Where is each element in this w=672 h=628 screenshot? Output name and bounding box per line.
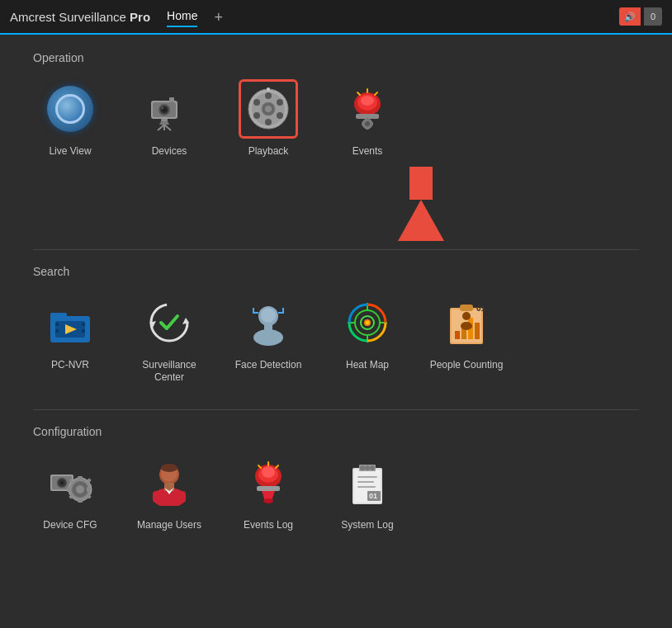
svg-text:01: 01 xyxy=(369,492,377,500)
svg-line-9 xyxy=(158,125,164,130)
svg-rect-43 xyxy=(82,323,85,326)
svg-rect-36 xyxy=(371,122,373,125)
face-detection-icon xyxy=(245,300,291,346)
svg-point-26 xyxy=(361,96,374,106)
pc-nvr-item[interactable]: PC-NVR xyxy=(33,293,107,385)
svg-marker-8 xyxy=(159,121,169,125)
playback-label: Playback xyxy=(248,145,289,158)
configuration-section-label: Configuration xyxy=(33,425,639,438)
arrow-head xyxy=(398,200,444,241)
events-icon-box xyxy=(338,79,397,139)
svg-point-17 xyxy=(253,99,260,106)
devices-label: Devices xyxy=(152,145,187,158)
svg-point-19 xyxy=(253,112,260,119)
svg-text:01: 01 xyxy=(476,304,486,313)
search-section-label: Search xyxy=(33,265,639,278)
svg-point-69 xyxy=(461,322,472,330)
face-detection-item[interactable]: Face Detection xyxy=(231,293,305,385)
svg-rect-64 xyxy=(455,331,460,339)
svg-point-15 xyxy=(265,92,272,99)
svg-rect-82 xyxy=(87,487,90,492)
svg-rect-23 xyxy=(267,87,270,91)
devices-item[interactable]: Devices xyxy=(132,79,206,158)
add-tab[interactable]: + xyxy=(214,9,223,26)
svg-line-99 xyxy=(276,465,278,468)
svg-point-106 xyxy=(360,465,365,470)
device-cfg-icon-box xyxy=(40,453,100,512)
red-arrow-wrap xyxy=(398,167,444,241)
live-view-icon-box xyxy=(40,79,100,139)
system-log-label: System Log xyxy=(341,519,393,532)
manage-users-icon-box xyxy=(140,453,199,512)
events-log-item[interactable]: Events Log xyxy=(231,453,305,532)
events-icon xyxy=(344,86,390,132)
svg-rect-110 xyxy=(357,481,374,483)
live-view-label: Live View xyxy=(49,145,91,158)
svg-rect-81 xyxy=(67,487,70,492)
device-cfg-label: Device CFG xyxy=(43,519,97,532)
pc-nvr-label: PC-NVR xyxy=(51,359,89,372)
events-label: Events xyxy=(353,145,383,158)
svg-rect-6 xyxy=(169,97,174,102)
arrow-container xyxy=(118,167,672,241)
people-counting-item[interactable]: 01 People Counting xyxy=(429,293,504,385)
svg-point-16 xyxy=(265,119,272,125)
svg-rect-111 xyxy=(357,486,376,488)
live-view-item[interactable]: Live View xyxy=(33,79,107,158)
heat-map-item[interactable]: Heat Map xyxy=(330,293,405,385)
pc-nvr-icon xyxy=(47,300,93,346)
svg-rect-7 xyxy=(161,119,168,121)
live-view-inner-circle xyxy=(55,94,85,124)
search-grid: PC-NVR SurveillanceCenter xyxy=(33,293,639,385)
svg-rect-109 xyxy=(357,476,377,478)
svg-rect-35 xyxy=(362,122,364,125)
svg-point-107 xyxy=(365,465,370,470)
svg-point-78 xyxy=(76,485,84,493)
svg-rect-92 xyxy=(164,483,174,491)
svg-rect-79 xyxy=(78,476,83,479)
face-detection-label: Face Detection xyxy=(235,359,302,372)
events-item[interactable]: Events xyxy=(330,79,405,158)
main-content: Operation Live View xyxy=(0,35,672,573)
svg-rect-63 xyxy=(460,305,473,311)
svg-point-89 xyxy=(161,464,177,472)
svg-point-102 xyxy=(263,498,273,503)
operation-section-label: Operation xyxy=(33,51,639,64)
app-title: Amcrest Surveillance Pro xyxy=(10,10,150,24)
system-log-item[interactable]: 01 System Log xyxy=(330,453,405,532)
arrow-stem xyxy=(409,167,433,200)
heat-map-icon-box xyxy=(338,293,397,352)
svg-line-28 xyxy=(375,92,377,95)
system-log-icon-box: 01 xyxy=(338,453,397,512)
svg-point-18 xyxy=(277,99,283,106)
configuration-grid: Device CFG Man xyxy=(33,453,639,532)
svg-rect-33 xyxy=(366,118,369,120)
svg-rect-38 xyxy=(50,313,67,319)
section-divider-1 xyxy=(33,249,639,250)
volume-button[interactable]: 🔊 xyxy=(619,7,641,26)
section-divider-2 xyxy=(33,409,639,410)
svg-rect-44 xyxy=(82,329,85,333)
playback-icon-box xyxy=(239,79,298,139)
manage-users-item[interactable]: Manage Users xyxy=(132,453,206,532)
live-view-icon xyxy=(47,86,93,132)
playback-item[interactable]: Playback xyxy=(231,79,305,158)
title-bar-controls: 🔊 0 xyxy=(619,7,662,26)
svg-rect-67 xyxy=(475,323,480,339)
devices-icon xyxy=(144,86,194,132)
svg-rect-50 xyxy=(264,324,272,331)
heat-map-icon xyxy=(344,300,390,346)
people-counting-label: People Counting xyxy=(430,359,504,372)
svg-point-5 xyxy=(162,107,163,109)
device-cfg-item[interactable]: Device CFG xyxy=(33,453,107,532)
surveillance-center-icon-box xyxy=(140,293,199,352)
svg-rect-42 xyxy=(55,329,59,333)
operation-grid: Live View xyxy=(33,79,639,158)
surveillance-center-item[interactable]: SurveillanceCenter xyxy=(132,293,206,385)
manage-users-icon xyxy=(146,460,192,506)
svg-point-22 xyxy=(265,106,272,112)
svg-point-51 xyxy=(261,308,276,323)
device-cfg-icon xyxy=(47,460,93,506)
svg-line-100 xyxy=(258,465,261,468)
home-tab[interactable]: Home xyxy=(167,9,197,27)
